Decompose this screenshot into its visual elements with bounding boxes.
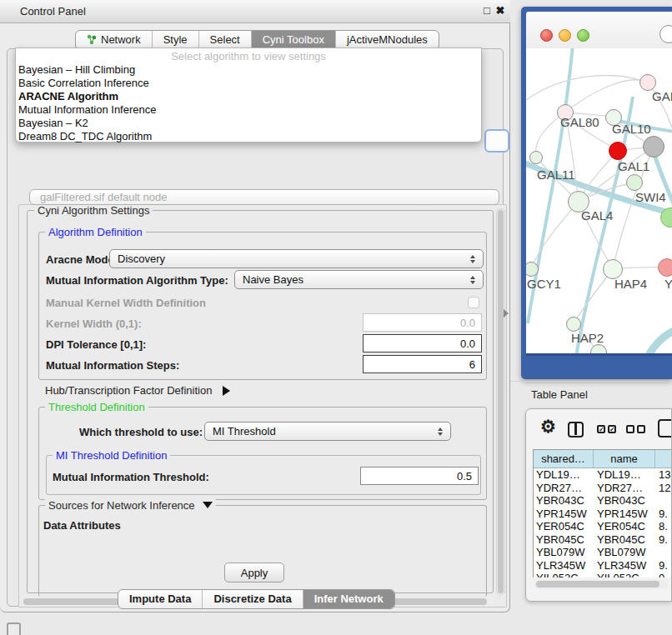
- hub-factor-expander[interactable]: Hub/Transcription Factor Definition: [45, 384, 230, 397]
- control-panel-title: Control Panel: [20, 5, 86, 18]
- table-row[interactable]: YPR145WYPR145W9.: [534, 508, 672, 521]
- table-row[interactable]: YER054CYER054C8.: [534, 520, 672, 533]
- focused-combo-fragment[interactable]: [484, 129, 509, 152]
- cyni-algorithm-settings-title: Cyni Algorithm Settings: [34, 204, 153, 217]
- node-label: GAL10: [612, 122, 651, 136]
- combo-arrows-icon: [438, 428, 443, 436]
- gear-icon[interactable]: ⚙: [540, 417, 556, 437]
- kernel-width-field[interactable]: 0.0: [363, 313, 482, 332]
- tab-discretize-data[interactable]: Discretize Data: [203, 590, 303, 608]
- kernel-width-label: Kernel Width (0,1):: [46, 318, 142, 330]
- table-row[interactable]: YIL052CYIL052C0.: [534, 572, 672, 578]
- dpi-tolerance-field[interactable]: 0.0: [363, 334, 482, 352]
- combo-arrows-icon: [470, 276, 475, 284]
- column-layout-icon[interactable]: [568, 422, 584, 438]
- network-node-partial-top[interactable]: [659, 25, 672, 43]
- apply-button[interactable]: Apply: [224, 562, 284, 582]
- network-node-gal1[interactable]: [626, 174, 643, 191]
- menu-item-bayesian-k2[interactable]: Bayesian – K2: [18, 117, 88, 130]
- expander-down-arrow-icon: [203, 502, 213, 508]
- node-label: GAL11: [537, 168, 575, 182]
- control-panel-window: Control Panel □ ✖ Network Style Select C…: [0, 0, 510, 612]
- mi-threshold-definition-title: MI Threshold Definition: [53, 449, 170, 462]
- mi-algorithm-type-combo[interactable]: Naive Bayes: [234, 270, 484, 289]
- node-label: GAL: [652, 89, 672, 103]
- menu-item-bayesian-hill-climbing[interactable]: Bayesian – Hill Climbing: [18, 63, 135, 77]
- select-all-checkboxes-icon[interactable]: ✓ ✓: [597, 425, 616, 433]
- aracne-mode-value: Discovery: [118, 252, 165, 265]
- mi-steps-field[interactable]: 6: [363, 355, 482, 373]
- network-node-gal11[interactable]: [529, 151, 543, 164]
- table-row[interactable]: YDR27…YDR27…12: [534, 482, 672, 495]
- table-row[interactable]: YLR345WYLR345W9.: [534, 559, 672, 572]
- data-attributes-label: Data Attributes: [43, 519, 121, 532]
- table-header-row: shared… name: [534, 450, 672, 468]
- tab-cyni-toolbox[interactable]: Cyni Toolbox: [252, 31, 336, 49]
- aracne-mode-label: Aracne Mode:: [46, 253, 118, 266]
- bottom-tabbar: Impute Data Discretize Data Infer Networ…: [118, 589, 395, 609]
- network-node-pink-top[interactable]: [639, 74, 656, 91]
- manual-kernel-width-checkbox[interactable]: [468, 297, 479, 308]
- network-node-salmon[interactable]: [658, 258, 672, 277]
- network-node-gray[interactable]: [643, 136, 664, 158]
- menu-item-mutual-information[interactable]: Mutual Information Inference: [18, 103, 156, 117]
- apply-button-label: Apply: [241, 567, 268, 579]
- column-header-partial[interactable]: [655, 450, 672, 468]
- network-canvas[interactable]: GAL GAL80 GAL10 GAL11 GAL1 SWI4 GAL4 GCY…: [526, 48, 672, 353]
- sources-group: Sources for Network Inference Data Attri…: [38, 505, 487, 597]
- which-threshold-combo[interactable]: MI Threshold: [204, 422, 451, 441]
- panel-divider-grip[interactable]: [504, 309, 509, 318]
- node-label: SWI4: [635, 190, 666, 204]
- mi-threshold-label: Mutual Information Threshold:: [53, 471, 209, 483]
- zoom-traffic-light-icon[interactable]: [577, 29, 589, 42]
- scrollbar-thumb[interactable]: [498, 210, 504, 593]
- table-panel-title: Table Panel: [531, 388, 588, 401]
- close-traffic-light-icon[interactable]: [540, 29, 553, 42]
- network-node-hap2[interactable]: [566, 317, 581, 332]
- table-row[interactable]: YBR043CYBR043C: [534, 494, 672, 508]
- menu-item-aracne[interactable]: ARACNE Algorithm: [18, 90, 118, 103]
- settings-scroll-viewport: Cyni Algorithm Settings Algorithm Defini…: [18, 204, 507, 608]
- tab-jactivemnodules[interactable]: jActiveMNodules: [336, 31, 439, 49]
- partial-clipped-icon[interactable]: [658, 419, 672, 438]
- tab-style[interactable]: Style: [153, 31, 199, 49]
- node-label: Y: [664, 277, 672, 291]
- mi-algorithm-type-value: Naive Bayes: [243, 273, 303, 286]
- settings-vertical-scrollbar[interactable]: [496, 208, 505, 595]
- table-horizontal-scrollbar[interactable]: [534, 580, 668, 589]
- which-threshold-value: MI Threshold: [213, 425, 276, 438]
- algorithm-definition-title: Algorithm Definition: [45, 226, 146, 238]
- bottom-left-partial-icon[interactable]: [7, 622, 21, 635]
- tab-impute-data[interactable]: Impute Data: [118, 590, 203, 608]
- menu-item-dream8[interactable]: Dream8 DC_TDC Algorithm: [18, 130, 152, 143]
- network-attribute-combo[interactable]: galFiltered.sif default node: [29, 189, 499, 205]
- minimize-traffic-light-icon[interactable]: [559, 29, 571, 42]
- table-row[interactable]: YBL079WYBL079W: [534, 546, 672, 559]
- checked-box-icon: ✓: [597, 425, 605, 433]
- algorithm-definition-group: Algorithm Definition Aracne Mode: Discov…: [38, 232, 487, 380]
- checked-box-icon: ✓: [608, 425, 616, 433]
- aracne-mode-combo[interactable]: Discovery: [109, 249, 484, 268]
- table-panel-window: ⚙ ✓ ✓ shared… name YDL19…YDL19…13 YDR27……: [525, 408, 672, 602]
- sources-group-title[interactable]: Sources for Network Inference: [45, 499, 216, 512]
- threshold-definition-group: Threshold Definition Which threshold to …: [38, 407, 487, 500]
- scrollbar-thumb[interactable]: [536, 581, 659, 588]
- table-row[interactable]: YBR045CYBR045C9.: [534, 533, 672, 547]
- float-window-icon[interactable]: □: [480, 4, 494, 18]
- close-window-icon[interactable]: ✖: [494, 4, 507, 18]
- mi-algorithm-type-label: Mutual Information Algorithm Type:: [46, 274, 228, 287]
- deselect-all-checkboxes-icon[interactable]: [626, 425, 645, 433]
- column-header-shared-name[interactable]: shared…: [534, 450, 594, 468]
- menu-item-basic-correlation[interactable]: Basic Correlation Inference: [18, 77, 149, 90]
- tab-infer-network[interactable]: Infer Network: [303, 590, 394, 608]
- screen: Control Panel □ ✖ Network Style Select C…: [0, 0, 672, 635]
- column-header-name[interactable]: name: [594, 450, 655, 468]
- mi-threshold-field[interactable]: 0.5: [360, 467, 479, 485]
- table-row[interactable]: YDL19…YDL19…13: [534, 468, 672, 482]
- node-label: HAP2: [571, 331, 604, 345]
- tab-network[interactable]: Network: [76, 31, 153, 49]
- network-node-red[interactable]: [609, 142, 627, 160]
- threshold-definition-title: Threshold Definition: [45, 401, 148, 413]
- tab-select[interactable]: Select: [199, 31, 252, 49]
- which-threshold-label: Which threshold to use:: [79, 426, 203, 438]
